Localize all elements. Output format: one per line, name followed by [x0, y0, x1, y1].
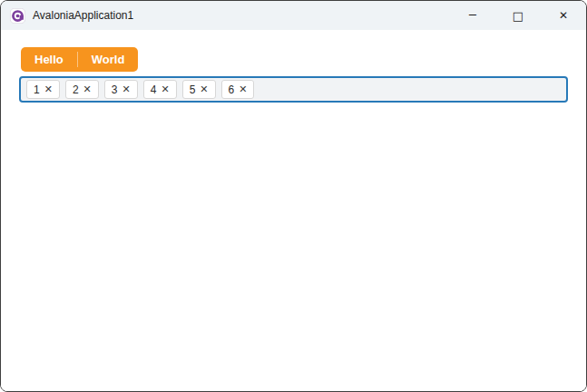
maximize-button[interactable]: □	[495, 1, 541, 30]
tab-strip: Hello World	[21, 47, 138, 72]
chip-label: 5	[190, 83, 196, 96]
chip-6: 6 ✕	[221, 80, 255, 99]
window-content: Hello World 1 ✕ 2 ✕ 3 ✕ 4 ✕ 5	[1, 30, 586, 391]
chip-4: 4 ✕	[143, 80, 177, 99]
tab-hello[interactable]: Hello	[21, 47, 77, 72]
minimize-icon: ─	[469, 9, 476, 21]
chip-remove-button[interactable]: ✕	[239, 84, 247, 94]
close-icon: ✕	[559, 10, 568, 21]
chip-remove-button[interactable]: ✕	[83, 84, 92, 94]
app-window: AvaloniaApplication1 ─ □ ✕ Hello World 1	[0, 0, 587, 392]
close-button[interactable]: ✕	[541, 1, 586, 30]
chip-2: 2 ✕	[65, 80, 99, 99]
chip-5: 5 ✕	[182, 80, 216, 99]
title-bar[interactable]: AvaloniaApplication1 ─ □ ✕	[1, 1, 586, 30]
caption-buttons: ─ □ ✕	[450, 1, 586, 30]
maximize-icon: □	[513, 10, 523, 22]
chip-remove-button[interactable]: ✕	[200, 84, 208, 94]
minimize-button[interactable]: ─	[450, 1, 495, 30]
title-bar-left: AvaloniaApplication1	[1, 1, 450, 30]
chip-label: 6	[229, 83, 235, 96]
chip-label: 3	[112, 83, 118, 96]
chip-label: 2	[73, 83, 79, 96]
chip-1: 1 ✕	[26, 80, 60, 99]
chip-remove-button[interactable]: ✕	[44, 84, 53, 94]
chip-label: 4	[151, 83, 157, 96]
chip-remove-button[interactable]: ✕	[161, 84, 169, 94]
chip-3: 3 ✕	[104, 80, 138, 99]
avalonia-logo-icon	[10, 8, 25, 24]
tag-input-box[interactable]: 1 ✕ 2 ✕ 3 ✕ 4 ✕ 5 ✕ 6 ✕	[19, 76, 568, 103]
window-title: AvaloniaApplication1	[33, 9, 133, 22]
chip-remove-button[interactable]: ✕	[122, 84, 131, 94]
chip-label: 1	[34, 83, 40, 96]
tab-world[interactable]: World	[78, 47, 139, 72]
